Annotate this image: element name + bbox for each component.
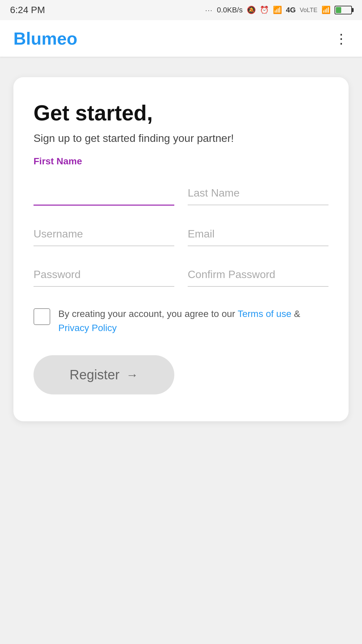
username-email-row — [34, 222, 328, 246]
signup-card: Get started, Sign up to get started find… — [13, 77, 349, 421]
register-label: Register — [70, 367, 120, 382]
status-time: 6:24 PM — [10, 5, 45, 15]
alarm-icon: ⏰ — [260, 6, 269, 14]
signal-bars-icon: 📶 — [273, 6, 282, 14]
last-name-field — [188, 168, 328, 206]
username-input[interactable] — [34, 222, 174, 246]
app-bar: Blumeo ⋮ — [0, 20, 362, 57]
privacy-policy-link[interactable]: Privacy Policy — [58, 323, 117, 333]
battery-icon — [335, 6, 352, 14]
name-row: First Name — [34, 168, 328, 206]
terms-checkbox[interactable] — [34, 308, 50, 325]
main-content: Get started, Sign up to get started find… — [0, 57, 362, 644]
status-bar: 6:24 PM ··· 0.0KB/s 🔕 ⏰ 📶 4G VoLTE 📶 — [0, 0, 362, 20]
more-menu-icon[interactable]: ⋮ — [335, 32, 349, 45]
username-field — [34, 222, 174, 246]
email-field — [188, 222, 328, 246]
confirm-password-field — [188, 263, 328, 287]
network-speed: 0.0KB/s — [217, 6, 243, 14]
email-input[interactable] — [188, 222, 328, 246]
network-type: 4G — [286, 6, 296, 14]
volte-icon: VoLTE — [300, 7, 317, 14]
confirm-password-input[interactable] — [188, 263, 328, 287]
app-title: Blumeo — [13, 29, 77, 49]
card-title: Get started, — [34, 101, 328, 125]
terms-prefix: By creating your account, you agree to o… — [58, 309, 238, 319]
card-subtitle: Sign up to get started finding your part… — [34, 132, 328, 145]
terms-separator: & — [294, 309, 300, 319]
arrow-icon: → — [126, 368, 138, 382]
signal-bars-2-icon: 📶 — [321, 6, 330, 14]
network-dots: ··· — [205, 6, 213, 14]
register-button[interactable]: Register → — [34, 355, 174, 394]
terms-of-use-link[interactable]: Terms of use — [238, 309, 291, 319]
mute-icon: 🔕 — [247, 6, 256, 14]
first-name-label: First Name — [34, 156, 82, 167]
password-row — [34, 263, 328, 287]
password-field — [34, 263, 174, 287]
first-name-input[interactable] — [34, 181, 174, 206]
terms-text: By creating your account, you agree to o… — [58, 307, 328, 335]
terms-row: By creating your account, you agree to o… — [34, 307, 328, 335]
first-name-field-wrapper: First Name — [34, 168, 174, 206]
last-name-input[interactable] — [188, 181, 328, 205]
status-icons: ··· 0.0KB/s 🔕 ⏰ 📶 4G VoLTE 📶 — [205, 6, 352, 14]
password-input[interactable] — [34, 263, 174, 287]
battery-fill — [336, 7, 341, 13]
